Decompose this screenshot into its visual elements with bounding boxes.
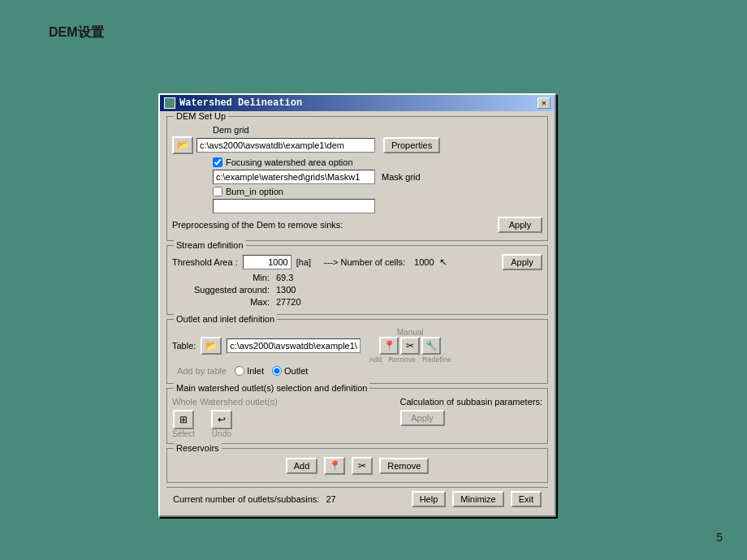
burn-label: Burn_in option — [226, 187, 283, 196]
threshold-label: Threshold Area : — [172, 257, 238, 267]
reservoir-add-icon-button[interactable]: 📍 — [324, 457, 345, 475]
reservoir-row: Add 📍 ✂ Remove — [172, 457, 542, 475]
mask-path-input[interactable] — [213, 170, 375, 184]
threshold-input[interactable] — [243, 255, 291, 269]
suggested-row: Suggested around: 1300 — [188, 285, 542, 295]
manual-remove-button[interactable]: ✂ — [400, 337, 420, 355]
dialog-title: Watershed Delineation — [179, 97, 302, 109]
stream-definition-section: Stream definition Threshold Area : [ha] … — [166, 245, 548, 315]
preprocess-row: Preprocessing of the Dem to remove sinks… — [172, 217, 542, 233]
table-folder-icon: 📂 — [205, 340, 218, 351]
select-button[interactable]: ⊞ — [173, 410, 194, 429]
focus-checkbox[interactable] — [213, 157, 222, 167]
outlet-radio-label[interactable]: Outlet — [272, 366, 308, 376]
manual-btn-labels: Add Remove Redefine — [369, 355, 451, 364]
burn-checkbox-row: Burn_in option — [213, 187, 542, 196]
outlet-section: Outlet and inlet definition Table: 📂 Man… — [166, 319, 548, 384]
reservoir-remove-button[interactable]: Remove — [379, 458, 429, 474]
reservoir-remove-icon: ✂ — [358, 460, 366, 472]
watershed-left: Whole Watershed outlet(s) ⊞ Select ↩ — [172, 397, 278, 438]
undo-label: Undo — [212, 429, 231, 438]
table-path-input[interactable] — [227, 338, 361, 353]
burn-path-row — [213, 199, 542, 213]
outlets-status-label: Current number of outlets/subbasins: — [173, 494, 319, 504]
add-inlet-outlet-row: Add by table Inlet Outlet — [177, 366, 542, 376]
titlebar-left: Watershed Delineation — [164, 97, 302, 109]
reservoirs-label: Reservoirs — [174, 443, 222, 453]
close-button[interactable]: ✕ — [538, 97, 551, 109]
manual-add-button[interactable]: 📍 — [379, 337, 399, 355]
add-by-table-label: Add by table — [177, 366, 227, 376]
inlet-label: Inlet — [247, 366, 264, 376]
dem-folder-button[interactable]: 📂 — [172, 136, 193, 154]
exit-button[interactable]: Exit — [511, 491, 542, 507]
select-undo-row: ⊞ Select ↩ Undo — [172, 410, 278, 438]
select-icon: ⊞ — [179, 414, 188, 425]
watershed-apply-button[interactable]: Apply — [400, 410, 445, 426]
redefine-label: Redefine — [422, 355, 451, 364]
preprocess-label: Preprocessing of the Dem to remove sinks… — [172, 220, 343, 230]
table-row: Table: 📂 Manual 📍 ✂ — [172, 328, 542, 364]
dialog-titlebar: Watershed Delineation ✕ — [160, 95, 555, 111]
whole-label: Whole Watershed outlet(s) — [172, 397, 278, 407]
min-label: Min: — [188, 273, 270, 282]
dem-grid-label: Dem grid — [213, 125, 249, 135]
num-cells-value: 1000 — [414, 257, 434, 267]
stats-block: Min: 69.3 Suggested around: 1300 Max: 27… — [188, 273, 542, 309]
reservoir-remove-icon-button[interactable]: ✂ — [352, 457, 373, 475]
min-value: 69.3 — [276, 273, 293, 282]
manual-icons-row: 📍 ✂ 🔧 — [379, 337, 441, 355]
dem-grid-row: 📂 Properties — [172, 136, 542, 154]
folder-icon: 📂 — [177, 140, 189, 151]
add-label: Add — [369, 355, 382, 364]
cursor-icon: ↖ — [439, 256, 447, 268]
suggested-value: 1300 — [276, 285, 296, 295]
redefine-icon: 🔧 — [425, 340, 438, 351]
calculation-label: Calculation of subbasin parameters: — [400, 397, 542, 407]
watershed-section: Main watershed outlet(s) selection and d… — [166, 388, 548, 444]
max-label: Max: — [188, 297, 270, 307]
dialog-body: DEM Set Up Dem grid 📂 Properties Focusin… — [160, 111, 555, 515]
table-label: Table: — [172, 341, 196, 351]
undo-group: ↩ Undo — [211, 410, 232, 438]
burn-checkbox[interactable] — [213, 187, 222, 196]
stream-apply-button[interactable]: Apply — [502, 254, 542, 270]
outlet-radio[interactable] — [272, 366, 282, 376]
watershed-dialog: Watershed Delineation ✕ DEM Set Up Dem g… — [158, 93, 556, 517]
threshold-unit: [ha] — [296, 257, 311, 267]
table-folder-button[interactable]: 📂 — [201, 337, 222, 355]
help-button[interactable]: Help — [412, 491, 447, 507]
min-row: Min: 69.3 — [188, 273, 542, 282]
num-cells-label: ---> Number of cells: — [324, 257, 405, 267]
undo-button[interactable]: ↩ — [211, 410, 232, 429]
watershed-label: Main watershed outlet(s) selection and d… — [174, 383, 369, 393]
focus-checkbox-row: Focusing watershed area option — [213, 157, 542, 167]
reservoir-add-button[interactable]: Add — [286, 458, 318, 474]
properties-button[interactable]: Properties — [383, 137, 440, 153]
page-title: DEM设置 — [49, 24, 104, 41]
manual-label: Manual — [397, 328, 424, 337]
dem-apply-button[interactable]: Apply — [498, 217, 542, 233]
focus-label: Focusing watershed area option — [226, 157, 353, 167]
status-bar: Current number of outlets/subbasins: 27 … — [166, 487, 548, 510]
manual-redefine-button[interactable]: 🔧 — [421, 337, 441, 355]
mask-row: Mask grid — [213, 170, 542, 184]
max-row: Max: 27720 — [188, 297, 542, 307]
outlet-label-text: Outlet — [284, 366, 308, 376]
max-value: 27720 — [276, 297, 301, 307]
inlet-radio[interactable] — [235, 366, 244, 376]
outlet-label: Outlet and inlet definition — [174, 314, 277, 324]
dialog-icon — [164, 97, 175, 109]
outlets-status-value: 27 — [326, 494, 335, 504]
reservoirs-section: Reservoirs Add 📍 ✂ Remove — [166, 448, 548, 483]
threshold-row: Threshold Area : [ha] ---> Number of cel… — [172, 254, 542, 270]
inlet-radio-label[interactable]: Inlet — [235, 366, 264, 376]
pin-icon: 📍 — [383, 340, 395, 351]
remove-icon: ✂ — [406, 340, 414, 351]
remove-label: Remove — [388, 355, 416, 364]
watershed-right: Calculation of subbasin parameters: Appl… — [400, 397, 542, 426]
dem-path-input[interactable] — [196, 138, 375, 153]
minimize-button[interactable]: Minimize — [452, 491, 503, 507]
select-label: Select — [172, 429, 195, 438]
burn-path-input[interactable] — [213, 199, 375, 213]
